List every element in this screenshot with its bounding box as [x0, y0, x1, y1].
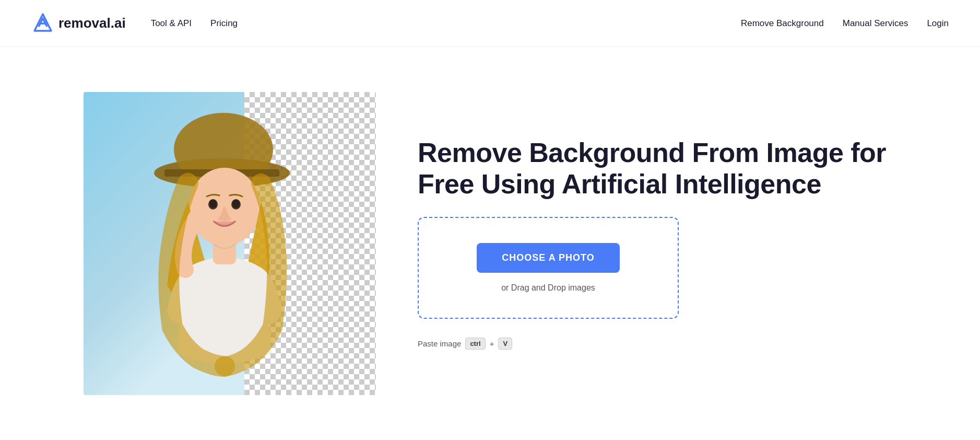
logo-icon: [31, 12, 54, 35]
nav-link-manual-services[interactable]: Manual Services: [843, 18, 908, 29]
drag-drop-text: or Drag and Drop images: [501, 283, 595, 293]
logo-link[interactable]: removal.ai: [31, 12, 126, 35]
main-content: Remove Background From Image for Free Us…: [0, 47, 980, 440]
nav-link-pricing[interactable]: Pricing: [210, 18, 238, 28]
nav-link-login[interactable]: Login: [927, 18, 949, 29]
plus-sign: +: [490, 339, 494, 348]
navbar-left: removal.ai Tool & API Pricing: [31, 12, 238, 35]
svg-rect-4: [213, 238, 236, 264]
person-svg: [84, 92, 376, 395]
nav-link-tool-api[interactable]: Tool & API: [151, 18, 192, 28]
nav-item-tool-api[interactable]: Tool & API: [151, 18, 192, 29]
paste-label: Paste image: [418, 339, 461, 348]
v-key: V: [498, 338, 512, 350]
hero-content: Remove Background From Image for Free Us…: [418, 137, 949, 350]
ctrl-key: ctrl: [465, 338, 485, 350]
navbar-right: Remove Background Manual Services Login: [741, 18, 949, 29]
nav-item-pricing[interactable]: Pricing: [210, 18, 238, 29]
hero-image: [84, 92, 376, 395]
person-illustration: [84, 92, 376, 395]
brand-name: removal.ai: [58, 15, 126, 31]
left-nav: Tool & API Pricing: [151, 18, 238, 29]
svg-point-7: [209, 200, 217, 208]
navbar: removal.ai Tool & API Pricing Remove Bac…: [0, 0, 980, 47]
upload-dropzone[interactable]: CHOOSE A PHOTO or Drag and Drop images: [418, 217, 679, 319]
paste-row: Paste image ctrl + V: [418, 338, 949, 350]
choose-photo-button[interactable]: CHOOSE A PHOTO: [477, 243, 619, 273]
svg-point-8: [232, 200, 240, 208]
hero-title: Remove Background From Image for Free Us…: [418, 137, 949, 200]
nav-link-remove-background[interactable]: Remove Background: [741, 18, 824, 29]
